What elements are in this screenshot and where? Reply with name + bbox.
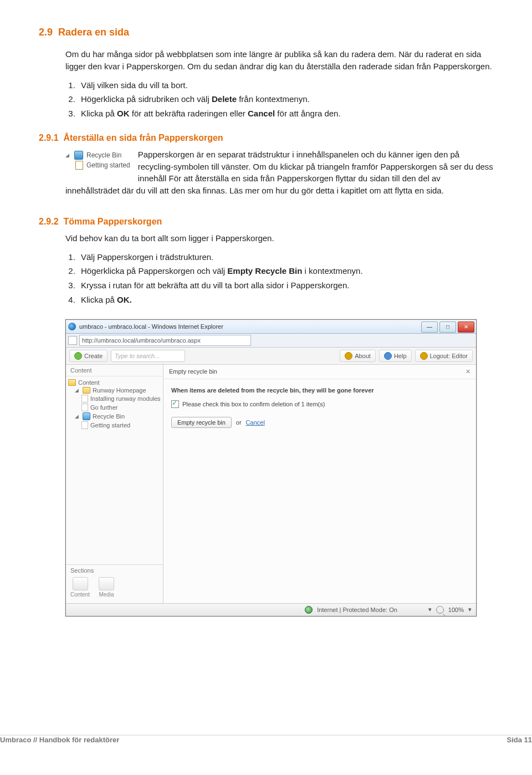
zoom-level: 100% <box>448 606 464 613</box>
steps-2-9-2: Välj Papperskorgen i trädstrukturen. Hög… <box>78 251 493 306</box>
globe-icon <box>305 606 313 614</box>
info-icon <box>345 352 352 360</box>
status-text: Internet | Protected Mode: On <box>317 606 397 613</box>
window-titlebar: umbraco - umbraco.local - Windows Intern… <box>66 320 476 334</box>
url-input[interactable]: http://umbraco.local/umbraco/umbraco.asp… <box>79 335 251 346</box>
sidebar-header: Content <box>66 365 163 376</box>
minimize-button[interactable]: — <box>421 322 438 333</box>
app-toolbar: Create Type to search... About Help Logo… <box>66 348 476 365</box>
recycle-figure: ◢Recycle Bin Getting started <box>65 150 130 171</box>
heading-2-9-2: 2.9.2 Tömma Papperskorgen <box>39 217 493 227</box>
confirm-row: Please check this box to confirm deletio… <box>171 400 468 408</box>
zoom-icon[interactable] <box>436 606 444 614</box>
sidebar: Content Content ◢Runway Homepage Install… <box>66 365 163 603</box>
empty-recycle-button[interactable]: Empty recycle bin <box>171 417 232 428</box>
cancel-link[interactable]: Cancel <box>246 419 265 426</box>
intro-2-9-2: Vid behov kan du ta bort allt som ligger… <box>65 232 493 244</box>
main-panel: Empty recycle bin ✕ When items are delet… <box>163 365 476 603</box>
recycle-bin-icon <box>83 412 90 420</box>
help-button[interactable]: Help <box>379 350 412 362</box>
tree-runway[interactable]: ◢Runway Homepage <box>68 386 161 394</box>
or-label: or <box>236 419 242 426</box>
section-content[interactable]: Content <box>70 577 90 598</box>
page-icon <box>81 404 88 411</box>
user-icon <box>420 352 428 360</box>
content-tree: Content ◢Runway Homepage Installing runw… <box>66 376 163 564</box>
tree-getting[interactable]: Getting started <box>68 421 161 430</box>
steps-2-9: Välj vilken sida du vill ta bort. Högerk… <box>78 79 493 120</box>
page-icon <box>68 336 77 345</box>
window-title: umbraco - umbraco.local - Windows Intern… <box>79 323 421 330</box>
about-button[interactable]: About <box>340 350 376 362</box>
document-icon <box>75 161 83 170</box>
step-2-9-1: Välj vilken sida du vill ta bort. <box>78 79 493 91</box>
page-icon <box>81 395 88 402</box>
confirm-checkbox[interactable] <box>171 400 179 408</box>
folder-icon <box>68 379 76 386</box>
step-2-9-2-3: Kryssa i rutan för att bekräfta att du v… <box>78 279 493 292</box>
tree-recycle[interactable]: ◢Recycle Bin <box>68 412 161 421</box>
intro-2-9: Om du har många sidor på webbplatsen som… <box>65 48 493 73</box>
tree-content[interactable]: Content <box>68 379 161 386</box>
help-icon <box>384 352 392 360</box>
plus-icon <box>74 352 82 360</box>
close-button[interactable]: ✕ <box>458 322 474 333</box>
confirm-label: Please check this box to confirm deletio… <box>182 401 325 407</box>
step-2-9-2-4: Klicka på OK. <box>78 294 493 306</box>
footer-right: Sida 11 <box>507 736 532 744</box>
page-footer: Umbraco // Handbok för redaktörer Sida 1… <box>0 735 532 744</box>
media-icon <box>99 577 114 590</box>
footer-left: Umbraco // Handbok för redaktörer <box>0 736 119 744</box>
ie-icon <box>68 323 76 330</box>
step-2-9-3: Klicka på OK för att bekräfta raderingen… <box>78 108 493 120</box>
section-media[interactable]: Media <box>99 577 114 598</box>
tree-gofurther[interactable]: Go further <box>68 403 161 412</box>
step-2-9-2-1: Välj Papperskorgen i trädstrukturen. <box>78 251 493 263</box>
panel-close-icon[interactable]: ✕ <box>466 368 470 375</box>
tree-install[interactable]: Installing runway modules <box>68 394 161 403</box>
heading-2-9-1: 2.9.1 Återställa en sida från Papperskor… <box>39 133 493 143</box>
folder-icon <box>83 387 90 394</box>
warning-text: When items are deleted from the recycle … <box>171 387 468 394</box>
logout-button[interactable]: Logout: Editor <box>415 350 473 362</box>
recycle-bin-icon <box>74 151 83 160</box>
maximize-button[interactable]: □ <box>439 322 456 333</box>
address-bar: http://umbraco.local/umbraco/umbraco.asp… <box>66 334 476 348</box>
heading-2-9: 2.9 Radera en sida <box>39 27 493 38</box>
panel-title: Empty recycle bin <box>169 368 217 375</box>
page-icon <box>81 421 88 429</box>
status-bar: Internet | Protected Mode: On ▾ 100% ▾ <box>66 603 476 616</box>
umbraco-screenshot: umbraco - umbraco.local - Windows Intern… <box>65 319 477 616</box>
security-icon[interactable]: ▾ <box>428 606 432 613</box>
sections-panel: Sections Content Media <box>66 564 163 603</box>
step-2-9-2-2: Högerklicka på Papperskorgen och välj Em… <box>78 265 493 277</box>
content-icon <box>73 577 88 590</box>
search-input[interactable]: Type to search... <box>111 350 185 362</box>
sections-label: Sections <box>70 567 158 574</box>
step-2-9-2: Högerklicka på sidrubriken och välj Dele… <box>78 93 493 105</box>
create-button[interactable]: Create <box>69 350 108 362</box>
